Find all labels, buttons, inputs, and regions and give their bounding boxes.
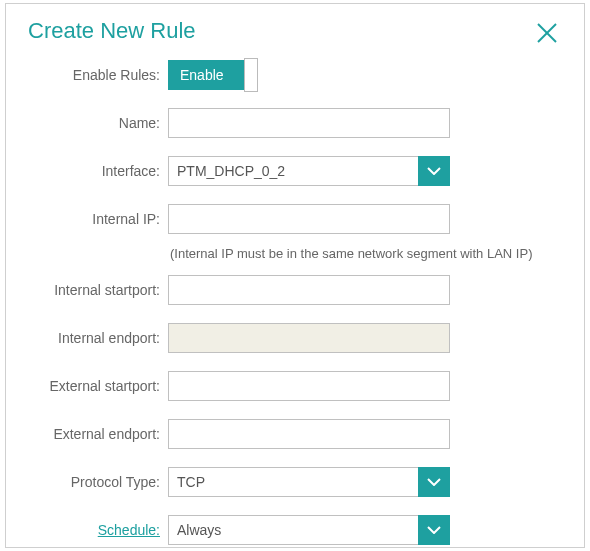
row-external-startport: External startport: — [6, 371, 584, 401]
row-internal-ip: Internal IP: — [6, 204, 584, 234]
row-schedule: Schedule: — [6, 515, 584, 545]
row-internal-startport: Internal startport: — [6, 275, 584, 305]
name-input[interactable] — [168, 108, 450, 138]
row-external-endport: External endport: — [6, 419, 584, 449]
row-internal-ip-helper: . (Internal IP must be in the same netwo… — [6, 242, 584, 261]
label-external-endport: External endport: — [6, 426, 168, 442]
row-internal-endport: Internal endport: — [6, 323, 584, 353]
close-button[interactable] — [532, 18, 562, 48]
row-protocol-type: Protocol Type: — [6, 467, 584, 497]
external-startport-input[interactable] — [168, 371, 450, 401]
protocol-dropdown-arrow[interactable] — [418, 467, 450, 497]
enable-toggle[interactable]: Enable — [168, 60, 252, 90]
label-internal-endport: Internal endport: — [6, 330, 168, 346]
internal-startport-input[interactable] — [168, 275, 450, 305]
enable-toggle-text: Enable — [180, 67, 224, 83]
close-icon — [536, 22, 558, 44]
external-endport-input[interactable] — [168, 419, 450, 449]
modal-header: Create New Rule — [6, 4, 584, 56]
schedule-value[interactable] — [168, 515, 450, 545]
label-protocol-type: Protocol Type: — [6, 474, 168, 490]
label-name: Name: — [6, 115, 168, 131]
label-internal-startport: Internal startport: — [6, 282, 168, 298]
chevron-down-icon — [427, 167, 441, 175]
internal-endport-input — [168, 323, 450, 353]
internal-ip-input[interactable] — [168, 204, 450, 234]
row-interface: Interface: — [6, 156, 584, 186]
protocol-type-value[interactable] — [168, 467, 450, 497]
label-schedule-link[interactable]: Schedule: — [6, 522, 168, 538]
row-enable-rules: Enable Rules: Enable — [6, 60, 584, 90]
chevron-down-icon — [427, 478, 441, 486]
label-internal-ip: Internal IP: — [6, 211, 168, 227]
schedule-dropdown-arrow[interactable] — [418, 515, 450, 545]
chevron-down-icon — [427, 526, 441, 534]
label-interface: Interface: — [6, 163, 168, 179]
label-enable-rules: Enable Rules: — [6, 67, 168, 83]
interface-dropdown-arrow[interactable] — [418, 156, 450, 186]
toggle-handle[interactable] — [244, 58, 258, 92]
interface-value[interactable] — [168, 156, 450, 186]
modal-title: Create New Rule — [28, 18, 196, 44]
label-external-startport: External startport: — [6, 378, 168, 394]
form: Enable Rules: Enable Name: Interface: — [6, 56, 584, 551]
protocol-type-select[interactable] — [168, 467, 450, 497]
row-name: Name: — [6, 108, 584, 138]
interface-select[interactable] — [168, 156, 450, 186]
internal-ip-helper: (Internal IP must be in the same network… — [168, 246, 584, 261]
create-rule-modal: Create New Rule Enable Rules: Enable Nam… — [5, 3, 585, 548]
schedule-select[interactable] — [168, 515, 450, 545]
